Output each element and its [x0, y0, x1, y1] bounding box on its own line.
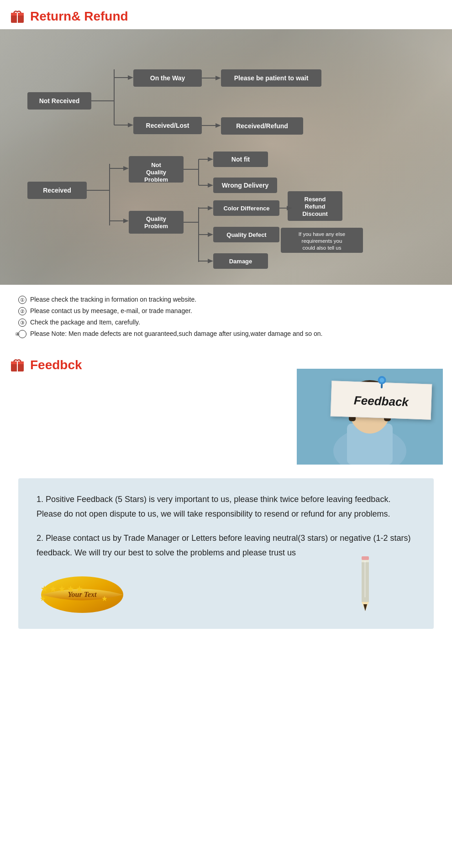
svg-rect-86 [381, 384, 383, 388]
feedback-title: Feedbck [30, 358, 82, 372]
feedback-card-text: Feedback [353, 393, 409, 409]
svg-text:Please be patient to wait: Please be patient to wait [234, 74, 309, 82]
svg-rect-101 [364, 561, 366, 597]
svg-text:Received/Lost: Received/Lost [146, 122, 189, 129]
svg-text:Not Received: Not Received [39, 97, 80, 105]
note-2: ② Please contact us by meesage, e-mail, … [18, 305, 438, 317]
return-refund-section: Return& Refund Not Received [0, 0, 452, 343]
feedback-package-icon [9, 357, 26, 373]
svg-rect-98 [362, 556, 369, 560]
pencil-icon [352, 554, 379, 613]
svg-text:Quality: Quality [146, 215, 167, 222]
svg-text:Damage: Damage [229, 258, 252, 265]
svg-text:Problem: Problem [144, 223, 168, 230]
svg-text:Not: Not [151, 162, 161, 168]
svg-text:Quality Defect: Quality Defect [226, 231, 267, 238]
svg-text:Color Difference: Color Difference [223, 205, 269, 212]
svg-text:could also tell us: could also tell us [302, 245, 341, 251]
feedback-section: Feedbck [0, 343, 452, 629]
package-icon [9, 8, 26, 25]
svg-text:Discount: Discount [302, 210, 328, 217]
flow-diagram: Not Received On the Way Please be patien… [0, 29, 452, 285]
feedback-card: Feedback [331, 381, 432, 420]
feedback-text-box: 1. Positive Feedback (5 Stars) is very i… [18, 478, 434, 629]
note-3: ③ Check the package and Item, carefully. [18, 317, 438, 328]
svg-text:Refund: Refund [305, 203, 326, 210]
svg-text:Your Text: Your Text [68, 591, 97, 598]
svg-text:Received: Received [43, 187, 71, 194]
svg-text:requirements you: requirements you [302, 238, 342, 244]
svg-text:On the Way: On the Way [150, 74, 185, 82]
stars-badge-area: Your Text [37, 570, 415, 615]
return-refund-title: Return& Refund [30, 9, 128, 24]
svg-text:Resend: Resend [305, 196, 326, 203]
svg-text:If you have any else: If you have any else [299, 231, 345, 237]
flowchart-area: Not Received On the Way Please be patien… [0, 29, 452, 285]
stars-badge: Your Text [37, 570, 128, 615]
svg-text:Received/Refund: Received/Refund [236, 122, 288, 130]
svg-text:Wrong Delivery: Wrong Delivery [222, 182, 269, 189]
pushpin [375, 375, 389, 390]
feedback-photo-area: Feedback [9, 378, 443, 478]
pushpin-icon [375, 375, 389, 388]
notes-area: ① Please check the tracking in formation… [0, 285, 452, 343]
svg-text:Quality: Quality [146, 169, 167, 176]
return-refund-header: Return& Refund [0, 0, 452, 29]
svg-text:Not fit: Not fit [231, 156, 250, 163]
note-4: ④ Please Note: Men made defects are not … [18, 329, 438, 339]
note-1: ① Please check the tracking in formation… [18, 294, 438, 305]
feedback-paragraph-1: 1. Positive Feedback (5 Stars) is very i… [37, 492, 415, 522]
svg-rect-47 [129, 211, 184, 234]
svg-text:Problem: Problem [144, 176, 168, 183]
pencil-area [352, 554, 379, 615]
